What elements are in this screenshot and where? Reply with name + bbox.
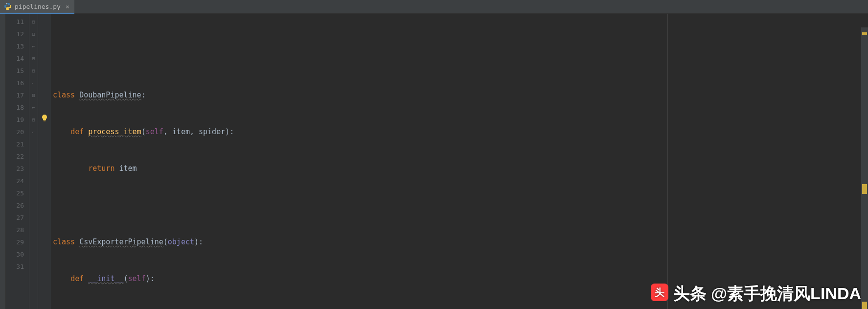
toutiao-logo-icon: 头 bbox=[651, 284, 668, 305]
fold-toggle[interactable]: ⊟ bbox=[29, 65, 38, 77]
fold-toggle[interactable]: ⊟ bbox=[29, 16, 38, 28]
warning-marker[interactable] bbox=[862, 32, 867, 35]
line-number-gutter: 11 12 13 14 15 16 17 18 19 20 21 22 23 2… bbox=[6, 14, 29, 309]
line-number[interactable]: 27 bbox=[6, 212, 24, 224]
line-number[interactable]: 12 bbox=[6, 28, 24, 40]
line-number[interactable]: 25 bbox=[6, 187, 24, 199]
sidebar-strip bbox=[0, 14, 6, 309]
code-line[interactable]: return item bbox=[53, 163, 868, 175]
svg-point-0 bbox=[6, 3, 7, 4]
code-line[interactable]: class CsvExporterPipeline(object): bbox=[53, 236, 868, 248]
code-line[interactable]: class DoubanPipeline: bbox=[53, 89, 868, 101]
line-number[interactable]: 14 bbox=[6, 52, 24, 65]
fold-gutter: ⊟ ⊟ ⌐ ⊟ ⊟ ⌐ ⊟ ⌐ ⊟ ⌐ bbox=[29, 14, 38, 309]
watermark: 头 头条 @素手挽清风LINDA bbox=[651, 283, 862, 305]
code-line[interactable] bbox=[53, 199, 868, 212]
line-number[interactable]: 28 bbox=[6, 224, 24, 236]
line-number[interactable]: 21 bbox=[6, 138, 24, 150]
line-number[interactable]: 24 bbox=[6, 175, 24, 187]
fold-end: ⌐ bbox=[29, 40, 38, 52]
line-number[interactable]: 23 bbox=[6, 163, 24, 175]
tab-filename: pipelines.py bbox=[15, 3, 61, 10]
line-number[interactable]: 15 bbox=[6, 65, 24, 77]
intention-gutter bbox=[38, 14, 51, 309]
svg-point-1 bbox=[9, 9, 9, 9]
line-number[interactable]: 17 bbox=[6, 89, 24, 101]
file-tab[interactable]: pipelines.py × bbox=[0, 0, 74, 14]
svg-text:头: 头 bbox=[655, 287, 664, 298]
editor: 11 12 13 14 15 16 17 18 19 20 21 22 23 2… bbox=[0, 14, 868, 309]
fold-toggle[interactable]: ⊟ bbox=[29, 28, 38, 40]
line-number[interactable]: 16 bbox=[6, 77, 24, 89]
fold-end: ⌐ bbox=[29, 77, 38, 89]
line-number[interactable]: 30 bbox=[6, 248, 24, 261]
code-line[interactable]: def process_item(self, item, spider): bbox=[53, 126, 868, 138]
fold-toggle[interactable]: ⊟ bbox=[29, 52, 38, 65]
fold-end: ⌐ bbox=[29, 126, 38, 138]
line-number[interactable]: 22 bbox=[6, 150, 24, 163]
close-tab-icon[interactable]: × bbox=[66, 3, 69, 10]
fold-toggle[interactable]: ⊟ bbox=[29, 89, 38, 101]
line-number[interactable]: 31 bbox=[6, 261, 24, 273]
python-file-icon bbox=[4, 2, 12, 10]
code-line[interactable] bbox=[53, 52, 868, 65]
line-number[interactable]: 20 bbox=[6, 126, 24, 138]
line-number[interactable]: 13 bbox=[6, 40, 24, 52]
warning-marker[interactable] bbox=[862, 302, 867, 309]
fold-toggle[interactable]: ⊟ bbox=[29, 114, 38, 126]
fold-end: ⌐ bbox=[29, 101, 38, 114]
line-number[interactable]: 26 bbox=[6, 199, 24, 212]
svg-rect-2 bbox=[44, 120, 46, 121]
warning-marker[interactable] bbox=[862, 184, 867, 194]
line-number[interactable]: 18 bbox=[6, 101, 24, 114]
code-area[interactable]: class DoubanPipeline: def process_item(s… bbox=[51, 14, 868, 309]
line-number[interactable]: 29 bbox=[6, 236, 24, 248]
line-number[interactable]: 19 bbox=[6, 114, 24, 126]
tab-bar: pipelines.py × bbox=[0, 0, 868, 14]
intention-bulb-icon[interactable] bbox=[40, 114, 49, 122]
scroll-marker-bar[interactable] bbox=[861, 27, 868, 309]
line-number[interactable]: 11 bbox=[6, 16, 24, 28]
